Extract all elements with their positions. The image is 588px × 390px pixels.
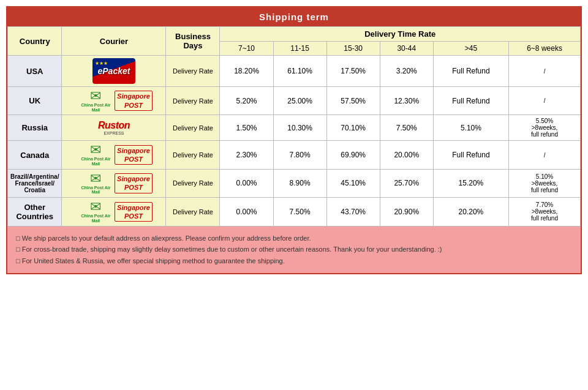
footer-line: For cross-broad trade, shipping may slig…: [16, 244, 572, 255]
table-row: USA ePacket ★★★ Delivery Rate 18.20% 61.…: [8, 56, 581, 87]
rate-7-10: 0.00%: [220, 169, 273, 197]
country-cell: UK: [8, 87, 62, 115]
rate-6-8w: /: [509, 87, 581, 115]
table-row: Brazil/Argentina/France/Israel/Croatia ✉…: [8, 169, 581, 197]
header-col-11-15: 11-15: [273, 42, 326, 56]
epacket-logo: ePacket ★★★: [92, 58, 135, 84]
header-col-7-10: 7~10: [220, 42, 273, 56]
rate-45: Full Refund: [433, 87, 508, 115]
rate-15-30: 69.90%: [326, 141, 380, 169]
rate-11-15: 25.00%: [273, 87, 326, 115]
rate-6-8w: 7.70%>8weeks,full refund: [509, 198, 581, 226]
delivery-rate-label: Delivery Rate: [166, 169, 220, 197]
singapore-post-logo: SingaporePOST: [116, 202, 150, 222]
courier-cell: ✉ China Post Air Mail SingaporePOST: [62, 87, 166, 115]
rate-11-15: 7.80%: [273, 141, 326, 169]
delivery-rate-label: Delivery Rate: [166, 56, 220, 87]
shipping-table: Country Courier Business Days Delivery T…: [7, 26, 581, 227]
header-row-top: Country Courier Business Days Delivery T…: [8, 27, 581, 42]
china-post-logo: ✉ China Post Air Mail: [77, 143, 114, 166]
rate-7-10: 0.00%: [220, 198, 273, 226]
table-row: Other Countries ✉ China Post Air Mail Si…: [8, 198, 581, 226]
footer-section: We ship parcels to your default address …: [7, 227, 581, 273]
rate-11-15: 8.90%: [273, 169, 326, 197]
delivery-rate-label: Delivery Rate: [166, 141, 220, 169]
table-wrapper: Country Courier Business Days Delivery T…: [7, 26, 581, 227]
rate-45: 5.10%: [433, 115, 508, 141]
courier-cell: ✉ China Post Air Mail SingaporePOST: [62, 198, 166, 226]
rate-30-44: 20.90%: [380, 198, 433, 226]
country-cell: Other Countries: [8, 198, 62, 226]
rate-11-15: 10.30%: [273, 115, 326, 141]
table-row: UK ✉ China Post Air Mail SingaporePOST D…: [8, 87, 581, 115]
delivery-rate-label: Delivery Rate: [166, 198, 220, 226]
header-col-30-44: 30-44: [380, 42, 433, 56]
country-cell: USA: [8, 56, 62, 87]
header-courier: Courier: [62, 27, 166, 56]
footer-line: For United States & Russia, we offer spe…: [16, 255, 572, 267]
table-row: Canada ✉ China Post Air Mail SingaporePO…: [8, 141, 581, 169]
china-post-logo: ✉ China Post Air Mail: [77, 172, 114, 195]
rate-6-8w: 5.50%>8weeks,full refund: [509, 115, 581, 141]
rate-30-44: 25.70%: [380, 169, 433, 197]
rate-11-15: 61.10%: [273, 56, 326, 87]
courier-cell: ePacket ★★★: [62, 56, 166, 87]
country-cell: Russia: [8, 115, 62, 141]
table-body: USA ePacket ★★★ Delivery Rate 18.20% 61.…: [8, 56, 581, 227]
rate-6-8w: /: [509, 141, 581, 169]
rate-7-10: 18.20%: [220, 56, 273, 87]
rate-6-8w: 5.10%>8weeks,full refund: [509, 169, 581, 197]
header-col-15-30: 15-30: [326, 42, 380, 56]
header-business-days: Business Days: [166, 27, 220, 56]
rate-6-8w: /: [509, 56, 581, 87]
rate-30-44: 7.50%: [380, 115, 433, 141]
rate-15-30: 45.10%: [326, 169, 380, 197]
singapore-post-logo: SingaporePOST: [116, 173, 150, 193]
rate-45: Full Refund: [433, 56, 508, 87]
singapore-post-logo: SingaporePOST: [116, 91, 150, 111]
rate-11-15: 7.50%: [273, 198, 326, 226]
page-title: Shipping term: [7, 7, 581, 26]
rate-7-10: 1.50%: [220, 115, 273, 141]
courier-cell: Ruston EXPRESS: [62, 115, 166, 141]
header-col-45: >45: [433, 42, 508, 56]
courier-cell: ✉ China Post Air Mail SingaporePOST: [62, 169, 166, 197]
rate-30-44: 12.30%: [380, 87, 433, 115]
rate-45: 15.20%: [433, 169, 508, 197]
header-delivery-time-rate: Delivery Time Rate: [220, 27, 581, 42]
singapore-post-logo: SingaporePOST: [116, 145, 150, 165]
rate-15-30: 70.10%: [326, 115, 380, 141]
footer-line: We ship parcels to your default address …: [16, 233, 572, 244]
china-post-logo: ✉ China Post Air Mail: [77, 200, 114, 223]
courier-cell: ✉ China Post Air Mail SingaporePOST: [62, 141, 166, 169]
china-post-logo: ✉ China Post Air Mail: [77, 89, 114, 112]
rate-15-30: 57.50%: [326, 87, 380, 115]
table-row: Russia Ruston EXPRESS Delivery Rate 1.50…: [8, 115, 581, 141]
delivery-rate-label: Delivery Rate: [166, 115, 220, 141]
rate-30-44: 3.20%: [380, 56, 433, 87]
rate-15-30: 43.70%: [326, 198, 380, 226]
ruston-logo: Ruston EXPRESS: [86, 120, 141, 135]
header-col-6-8w: 6~8 weeks: [509, 42, 581, 56]
rate-7-10: 2.30%: [220, 141, 273, 169]
shipping-table-container: Shipping term Country Courier Business D…: [6, 6, 582, 274]
delivery-rate-label: Delivery Rate: [166, 87, 220, 115]
rate-15-30: 17.50%: [326, 56, 380, 87]
rate-45: 20.20%: [433, 198, 508, 226]
rate-45: Full Refund: [433, 141, 508, 169]
country-cell: Brazil/Argentina/France/Israel/Croatia: [8, 169, 62, 197]
rate-30-44: 20.00%: [380, 141, 433, 169]
rate-7-10: 5.20%: [220, 87, 273, 115]
header-country: Country: [8, 27, 62, 56]
country-cell: Canada: [8, 141, 62, 169]
